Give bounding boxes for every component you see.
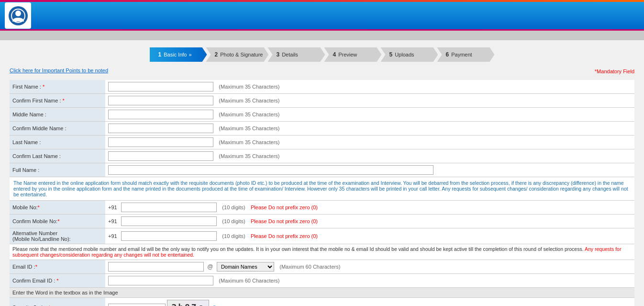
mobile-input[interactable]	[121, 203, 217, 212]
step-1-label: Basic Info	[164, 52, 187, 57]
first-name-cell: (Maximum 35 Characters)	[105, 80, 634, 94]
mobile-hint-digits: (10 digits)	[222, 204, 245, 210]
domain-select[interactable]: Domain Names gmail.com yahoo.com hotmail…	[217, 262, 274, 272]
confirm-first-name-cell: (Maximum 35 Characters)	[105, 94, 634, 108]
confirm-email-row: Confirm Email ID : * (Maximum 60 Charact…	[10, 274, 634, 288]
step-5-num: 5	[389, 51, 392, 58]
enter-word-notice-cell: Enter the Word in the textbox as in the …	[10, 288, 634, 298]
step-3-label: Details	[282, 52, 298, 57]
enter-word-notice-text: Enter the Word in the textbox as in the …	[12, 290, 118, 295]
refresh-captcha-button[interactable]: ↻	[213, 304, 219, 306]
step-6-label: Payment	[451, 52, 472, 57]
middle-name-cell: (Maximum 35 Characters)	[105, 108, 634, 122]
logo-box	[5, 2, 31, 29]
last-name-cell: (Maximum 35 Characters)	[105, 136, 634, 149]
step-photo-signature[interactable]: 2 Photo & Signature	[206, 47, 269, 62]
last-name-row: Last Name : (Maximum 35 Characters)	[10, 136, 634, 149]
first-name-input[interactable]	[108, 82, 213, 91]
confirm-last-name-row: Confirm Last Name : (Maximum 35 Characte…	[10, 149, 634, 163]
email-label: Email ID :*	[10, 260, 105, 274]
confirm-last-name-cell: (Maximum 35 Characters)	[105, 149, 634, 163]
confirm-middle-name-input[interactable]	[108, 124, 213, 133]
confirm-first-name-input[interactable]	[108, 96, 213, 105]
mobile-cell: +91 (10 digits) Please Do not prefix zer…	[105, 201, 634, 215]
last-name-input[interactable]	[108, 137, 213, 147]
mobile-label: Mobile No:*	[10, 201, 105, 215]
alt-hint-zero: Please Do not prefix zero (0)	[251, 233, 318, 239]
confirm-first-name-label: Confirm First Name : *	[10, 94, 105, 108]
first-name-label: First Name : *	[10, 80, 105, 94]
important-note-link[interactable]: Click here for Important Points to be no…	[10, 68, 108, 73]
alt-number-cell: +91 (10 digits) Please Do not prefix zer…	[105, 228, 634, 244]
captcha-image: 3h87c	[167, 300, 209, 306]
confirm-middle-name-hint: (Maximum 35 Characters)	[219, 125, 279, 131]
name-notice-row: The Name entered in the online applicati…	[10, 177, 634, 201]
full-name-row: Full Name :	[10, 163, 634, 177]
email-hint: (Maximum 60 Characters)	[279, 264, 340, 270]
step-uploads[interactable]: 5 Uploads	[380, 47, 438, 62]
full-name-input[interactable]	[108, 165, 433, 175]
confirm-mobile-hint-digits: (10 digits)	[222, 218, 245, 224]
step-3-num: 3	[276, 51, 279, 58]
form-table: First Name : * (Maximum 35 Characters) C…	[10, 80, 634, 306]
confirm-last-name-hint: (Maximum 35 Characters)	[219, 153, 279, 159]
mandatory-note: *Mandatory Field	[595, 68, 634, 74]
step-details[interactable]: 3 Details	[267, 47, 325, 62]
mobile-hint-zero: Please Do not prefix zero (0)	[251, 204, 318, 210]
full-name-label: Full Name :	[10, 163, 105, 177]
email-input[interactable]	[108, 262, 204, 272]
confirm-email-cell: (Maximum 60 Characters)	[105, 274, 634, 288]
security-code-input[interactable]	[108, 304, 166, 306]
name-notice-cell: The Name entered in the online applicati…	[10, 177, 634, 201]
email-mobile-notice-text: Please note that the mentioned mobile nu…	[12, 246, 584, 252]
step-payment[interactable]: 6 Payment	[437, 47, 494, 62]
confirm-first-name-hint: (Maximum 35 Characters)	[219, 98, 279, 103]
middle-name-label: Middle Name :	[10, 108, 105, 122]
stepper: 1 Basic Info » 2 Photo & Signature 3 Det…	[10, 47, 634, 62]
confirm-mobile-cell: +91 (10 digits) Please Do not prefix zer…	[105, 215, 634, 228]
security-code-row: Security Code :* 3h87c ↻	[10, 298, 634, 306]
confirm-email-input[interactable]	[108, 276, 213, 285]
email-row: Email ID :* @ Domain Names gmail.com yah…	[10, 260, 634, 274]
first-name-row: First Name : * (Maximum 35 Characters)	[10, 80, 634, 94]
step-1-num: 1	[158, 51, 162, 58]
confirm-mobile-label: Confirm Mobile No:*	[10, 215, 105, 228]
alt-number-row: Alternative Number (Mobile No/Landline N…	[10, 228, 634, 244]
confirm-last-name-label: Confirm Last Name :	[10, 149, 105, 163]
confirm-last-name-input[interactable]	[108, 151, 213, 161]
full-name-cell	[105, 163, 634, 177]
email-cell: @ Domain Names gmail.com yahoo.com hotma…	[105, 260, 634, 274]
step-2-label: Photo & Signature	[220, 52, 263, 57]
confirm-mobile-prefix: +91	[108, 218, 117, 224]
confirm-middle-name-row: Confirm Middle Name : (Maximum 35 Charac…	[10, 122, 634, 136]
at-symbol: @	[207, 263, 213, 270]
svg-point-0	[15, 11, 21, 16]
mobile-prefix: +91	[108, 204, 117, 210]
confirm-mobile-input[interactable]	[121, 216, 217, 226]
sub-header	[0, 31, 644, 40]
middle-name-input[interactable]	[108, 110, 213, 119]
step-basic-info[interactable]: 1 Basic Info »	[150, 47, 207, 62]
header	[0, 2, 644, 31]
step-6-num: 6	[445, 51, 449, 58]
logo-icon	[9, 6, 28, 25]
confirm-mobile-hint-zero: Please Do not prefix zero (0)	[251, 218, 318, 224]
confirm-mobile-row: Confirm Mobile No:* +91 (10 digits) Plea…	[10, 215, 634, 228]
security-code-cell: 3h87c ↻	[105, 298, 634, 306]
security-code-label: Security Code :*	[10, 298, 105, 306]
confirm-email-label: Confirm Email ID : *	[10, 274, 105, 288]
step-4-num: 4	[333, 51, 336, 58]
confirm-middle-name-label: Confirm Middle Name :	[10, 122, 105, 136]
main-content: 1 Basic Info » 2 Photo & Signature 3 Det…	[0, 40, 644, 306]
step-preview[interactable]: 4 Preview	[324, 47, 381, 62]
last-name-hint: (Maximum 35 Characters)	[219, 139, 279, 145]
confirm-middle-name-cell: (Maximum 35 Characters)	[105, 122, 634, 136]
email-mobile-notice-cell: Please note that the mentioned mobile nu…	[10, 244, 634, 260]
alt-mobile-prefix: +91	[108, 233, 117, 239]
mobile-row: Mobile No:* +91 (10 digits) Please Do no…	[10, 201, 634, 215]
alt-number-input[interactable]	[121, 231, 217, 241]
confirm-first-name-row: Confirm First Name : * (Maximum 35 Chara…	[10, 94, 634, 108]
name-notice-text: The Name entered in the online applicati…	[13, 180, 628, 197]
step-4-label: Preview	[338, 52, 357, 57]
step-5-label: Uploads	[395, 52, 414, 57]
